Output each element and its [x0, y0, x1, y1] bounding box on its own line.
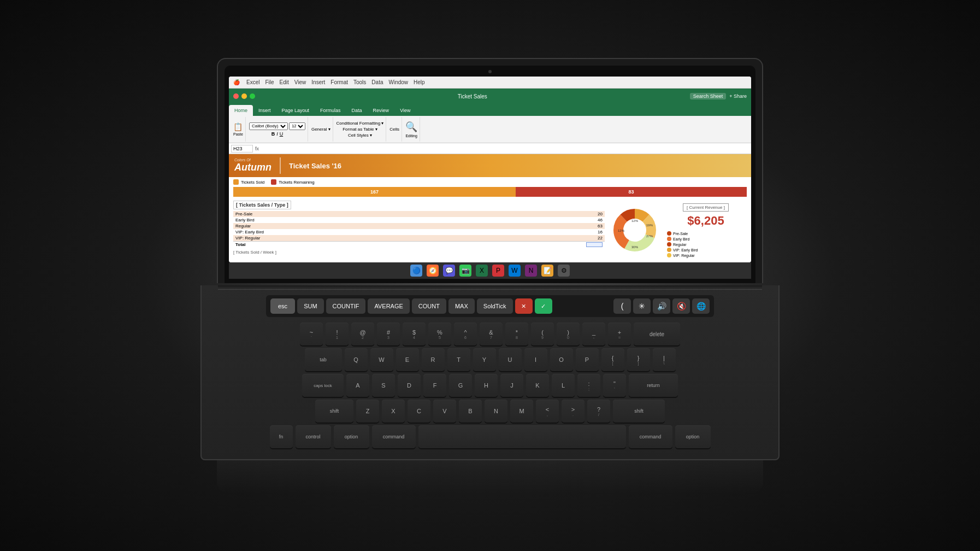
total-input[interactable] [586, 242, 603, 247]
key-9[interactable]: (9 [531, 323, 554, 345]
key-b[interactable]: B [459, 400, 482, 423]
menu-format[interactable]: Format [330, 79, 348, 85]
key-a[interactable]: A [346, 374, 369, 397]
key-g[interactable]: G [449, 374, 472, 397]
key-q[interactable]: Q [345, 348, 368, 371]
key-5[interactable]: %5 [428, 323, 451, 345]
key-shift-right[interactable]: shift [613, 400, 665, 423]
paste-icon[interactable]: 📋 [233, 122, 243, 131]
touchbar-sum-btn[interactable]: SUM [297, 298, 323, 314]
key-8[interactable]: *8 [505, 323, 528, 345]
key-t[interactable]: T [447, 348, 470, 371]
key-z[interactable]: Z [356, 400, 379, 423]
key-p[interactable]: P [576, 348, 599, 371]
esc-key[interactable]: esc [270, 298, 295, 314]
key-s[interactable]: S [372, 374, 395, 397]
key-3[interactable]: #3 [377, 323, 400, 345]
key-h[interactable]: H [475, 374, 498, 397]
cell-reference[interactable]: H23 [231, 145, 253, 153]
key-fn[interactable]: fn [270, 425, 293, 448]
taskbar-other[interactable]: ⚙ [558, 265, 570, 277]
key-comma[interactable]: <, [536, 400, 559, 423]
key-7[interactable]: &7 [480, 323, 503, 345]
key-semicolon[interactable]: :; [577, 374, 600, 397]
key-backtick[interactable]: ~` [300, 323, 323, 345]
menu-window[interactable]: Window [388, 79, 408, 85]
touchbar-cancel-btn[interactable]: ✕ [515, 298, 533, 314]
key-tab[interactable]: tab [305, 348, 342, 371]
key-v[interactable]: V [433, 400, 456, 423]
menu-data[interactable]: Data [371, 79, 383, 85]
apple-menu[interactable]: 🍎 [233, 79, 240, 85]
italic-button[interactable]: I [276, 131, 278, 137]
key-6[interactable]: ^6 [454, 323, 477, 345]
maximize-button[interactable] [250, 93, 255, 99]
key-minus[interactable]: _- [582, 323, 605, 345]
key-0[interactable]: )0 [557, 323, 580, 345]
key-command-left[interactable]: command [372, 425, 416, 448]
menu-view[interactable]: View [294, 79, 306, 85]
font-size-select[interactable]: 12 [289, 122, 305, 130]
taskbar-excel[interactable]: X [476, 265, 488, 277]
tab-page-layout[interactable]: Page Layout [276, 105, 315, 116]
taskbar-facetime[interactable]: 📷 [459, 265, 471, 277]
tab-data[interactable]: Data [346, 105, 368, 116]
taskbar-powerpoint[interactable]: P [492, 265, 504, 277]
menu-edit[interactable]: Edit [280, 79, 289, 85]
key-u[interactable]: U [499, 348, 522, 371]
share-button[interactable]: + Share [729, 93, 747, 99]
taskbar-word[interactable]: W [509, 265, 521, 277]
touchbar-brightness-icon[interactable]: ✳ [633, 298, 651, 314]
key-y[interactable]: Y [473, 348, 496, 371]
key-slash[interactable]: ?/ [587, 400, 610, 423]
tab-formulas[interactable]: Formulas [315, 105, 346, 116]
key-e[interactable]: E [396, 348, 419, 371]
close-button[interactable] [233, 93, 239, 99]
taskbar-messages[interactable]: 💬 [443, 265, 455, 277]
touchbar-average-btn[interactable]: AVERAGE [368, 298, 409, 314]
key-2[interactable]: @2 [351, 323, 374, 345]
key-control[interactable]: control [296, 425, 331, 448]
touchbar-volume-up-icon[interactable]: 🔊 [653, 298, 670, 314]
tab-review[interactable]: Review [368, 105, 395, 116]
key-n[interactable]: N [485, 400, 507, 423]
touchbar-countif-btn[interactable]: COUNTIF [326, 298, 366, 314]
menu-file[interactable]: File [265, 79, 274, 85]
touchbar-volume-down-icon[interactable]: 🔇 [672, 298, 690, 314]
excel-window[interactable]: 🍎 Excel File Edit View Insert Format Too… [229, 77, 751, 262]
key-d[interactable]: D [398, 374, 421, 397]
key-period[interactable]: >. [562, 400, 585, 423]
taskbar-safari[interactable]: 🧭 [427, 265, 439, 277]
key-option-left[interactable]: option [334, 425, 369, 448]
key-return[interactable]: return [629, 374, 678, 397]
taskbar-onenote[interactable]: N [525, 265, 537, 277]
key-option-right[interactable]: option [675, 425, 711, 448]
key-bracket-close[interactable]: }] [627, 348, 650, 371]
key-space[interactable] [418, 425, 626, 448]
touchbar-max-btn[interactable]: MAX [448, 298, 475, 314]
key-r[interactable]: R [422, 348, 445, 371]
key-delete[interactable]: delete [634, 323, 680, 345]
touchbar-bracket-btn[interactable]: ( [613, 298, 631, 314]
key-shift-left[interactable]: shift [315, 400, 353, 423]
touchbar-confirm-btn[interactable]: ✓ [535, 298, 552, 314]
key-caps-lock[interactable]: caps lock [302, 374, 344, 397]
tab-view[interactable]: View [394, 105, 416, 116]
taskbar-finder[interactable]: 🔵 [410, 265, 422, 277]
key-j[interactable]: J [500, 374, 523, 397]
key-1[interactable]: !1 [326, 323, 349, 345]
tab-home[interactable]: Home [229, 105, 253, 116]
key-k[interactable]: K [526, 374, 549, 397]
cell-styles[interactable]: Cell Styles ▾ [348, 133, 372, 138]
minimize-button[interactable] [241, 93, 247, 99]
key-i[interactable]: I [524, 348, 547, 371]
format-as-table[interactable]: Format as Table ▾ [343, 127, 377, 132]
menu-tools[interactable]: Tools [353, 79, 366, 85]
spreadsheet-content[interactable]: Colors Of Autumn Ticket Sales '16 Ticket… [229, 154, 751, 262]
key-m[interactable]: M [510, 400, 533, 423]
key-quote[interactable]: "' [603, 374, 626, 397]
key-w[interactable]: W [370, 348, 393, 371]
tab-insert[interactable]: Insert [253, 105, 276, 116]
menu-help[interactable]: Help [414, 79, 425, 85]
key-o[interactable]: O [550, 348, 573, 371]
